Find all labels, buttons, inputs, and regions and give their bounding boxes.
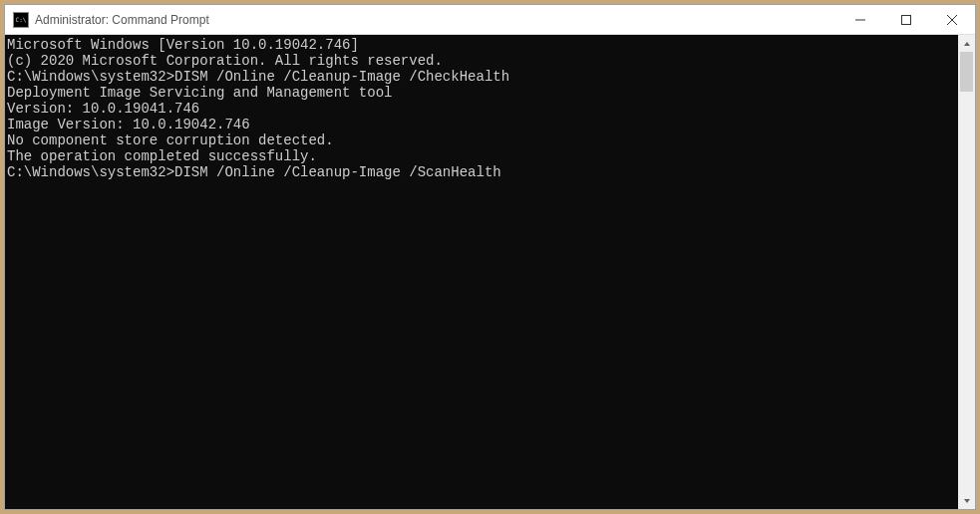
terminal-line: Microsoft Windows [Version 10.0.19042.74…	[7, 37, 958, 53]
scroll-down-button[interactable]	[958, 492, 975, 509]
scroll-track[interactable]	[958, 52, 975, 492]
svg-marker-5	[964, 499, 970, 503]
terminal-line: Image Version: 10.0.19042.746	[7, 117, 958, 132]
terminal-line: C:\Windows\system32>DISM /Online /Cleanu…	[7, 69, 958, 85]
maximize-button[interactable]	[883, 5, 929, 34]
window-title: Administrator: Command Prompt	[35, 13, 837, 27]
terminal-line: Version: 10.0.19041.746	[7, 101, 958, 117]
minimize-button[interactable]	[837, 5, 883, 34]
terminal-line: C:\Windows\system32>DISM /Online /Cleanu…	[7, 164, 958, 180]
close-button[interactable]	[929, 5, 975, 34]
svg-marker-4	[964, 42, 970, 46]
command-prompt-window: Administrator: Command Prompt Microsoft …	[4, 4, 976, 510]
terminal-line: (c) 2020 Microsoft Corporation. All righ…	[7, 53, 958, 69]
terminal-line: No component store corruption detected.	[7, 132, 958, 148]
app-icon	[13, 12, 29, 28]
terminal-output[interactable]: Microsoft Windows [Version 10.0.19042.74…	[5, 35, 958, 509]
terminal-line: The operation completed successfully.	[7, 148, 958, 164]
terminal-area: Microsoft Windows [Version 10.0.19042.74…	[5, 35, 975, 509]
scroll-thumb[interactable]	[960, 52, 973, 92]
terminal-line: Deployment Image Servicing and Managemen…	[7, 85, 958, 101]
scroll-up-button[interactable]	[958, 35, 975, 52]
svg-rect-1	[902, 15, 911, 24]
titlebar[interactable]: Administrator: Command Prompt	[5, 5, 975, 35]
vertical-scrollbar[interactable]	[958, 35, 975, 509]
window-controls	[837, 5, 975, 34]
